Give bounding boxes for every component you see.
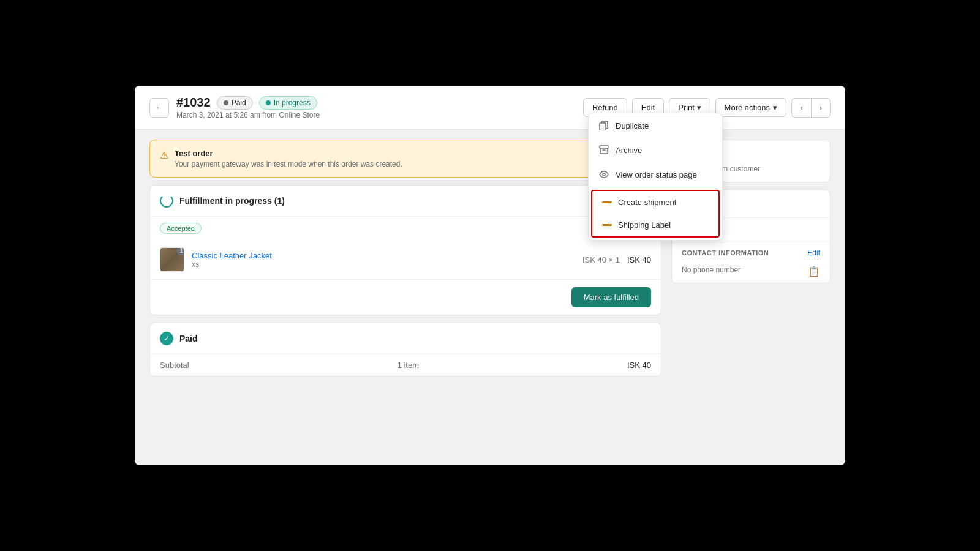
contact-edit-link[interactable]: Edit [807, 249, 820, 257]
product-row: 1 Classic Leather Jacket xs ISK 40 × 1 I… [150, 240, 661, 279]
product-name-link[interactable]: Classic Leather Jacket [192, 251, 272, 260]
paid-title: Paid [179, 334, 198, 343]
svg-point-3 [603, 173, 605, 176]
product-variant: xs [192, 260, 575, 269]
archive-icon [598, 144, 609, 156]
shipment-dash-icon [602, 201, 612, 203]
nav-arrows: ‹ › [791, 98, 831, 118]
product-quantity: ISK 40 × 1 [582, 255, 620, 264]
next-order-button[interactable]: › [811, 98, 831, 118]
subtotal-qty: 1 item [398, 361, 419, 370]
warning-text: Your payment gateway was in test mode wh… [175, 160, 402, 168]
dropdown-divider [589, 187, 722, 187]
dropdown-item-shipping-label[interactable]: Shipping Label [592, 214, 718, 236]
eye-icon [598, 169, 609, 180]
shipping-label-dash-icon [602, 224, 612, 226]
main-content: ⚠ Test order Your payment gateway was in… [135, 130, 845, 460]
warning-icon: ⚠ [160, 149, 168, 161]
archive-label: Archive [616, 146, 642, 155]
duplicate-label: Duplicate [616, 121, 649, 130]
paid-card: ✓ Paid Subtotal 1 item ISK 40 [149, 323, 662, 377]
fulfillment-footer: Mark as fulfilled [150, 279, 661, 315]
warning-title: Test order [175, 149, 402, 158]
subtotal-label: Subtotal [160, 361, 189, 370]
more-actions-button[interactable]: More actions ▾ [715, 98, 786, 117]
fulfillment-header: Fulfillment in progress (1) [150, 186, 661, 217]
product-count-badge: 1 [176, 247, 184, 255]
accepted-badge: Accepted [160, 223, 202, 234]
no-phone-text: No phone number [682, 266, 741, 274]
content-area: ← #1032 Paid In progress March 3, 2021 a… [135, 86, 845, 465]
paid-check-icon: ✓ [160, 332, 173, 345]
contact-header: CONTACT INFORMATION Edit [672, 242, 830, 263]
contact-section: CONTACT INFORMATION Edit 📋 No phone numb… [672, 242, 830, 283]
svg-rect-1 [600, 123, 606, 130]
warning-banner: ⚠ Test order Your payment gateway was in… [149, 140, 662, 178]
order-info: #1032 Paid In progress March 3, 2021 at … [176, 96, 320, 119]
dropdown-item-view-status[interactable]: View order status page [589, 162, 722, 187]
view-status-label: View order status page [616, 170, 697, 179]
fulfillment-progress-icon [160, 194, 173, 208]
duplicate-icon [598, 120, 609, 131]
subtotal-amount: ISK 40 [627, 361, 651, 370]
create-shipment-label: Create shipment [618, 198, 676, 207]
order-header: ← #1032 Paid In progress March 3, 2021 a… [135, 86, 845, 130]
warning-content: Test order Your payment gateway was in t… [175, 149, 402, 168]
fulfillment-card: Fulfillment in progress (1) Accepted 1 C… [149, 185, 662, 315]
contact-phone: 📋 No phone number [672, 263, 830, 283]
dropdown-item-duplicate[interactable]: Duplicate [589, 113, 722, 138]
header-left: ← #1032 Paid In progress March 3, 2021 a… [149, 96, 320, 119]
screen-wrapper: ← #1032 Paid In progress March 3, 2021 a… [0, 0, 980, 551]
svg-rect-2 [600, 146, 608, 148]
product-info: Classic Leather Jacket xs [192, 250, 575, 269]
progress-badge: In progress [259, 96, 317, 110]
shipping-label-label: Shipping Label [618, 220, 671, 230]
copy-icon[interactable]: 📋 [808, 266, 820, 277]
dropdown-highlight-box: Create shipment Shipping Label [591, 190, 720, 238]
mark-fulfilled-button[interactable]: Mark as fulfilled [571, 287, 651, 307]
paid-badge: Paid [217, 96, 253, 110]
product-thumbnail: 1 [160, 247, 184, 272]
dropdown-item-archive[interactable]: Archive [589, 138, 722, 162]
chevron-down-icon: ▾ [773, 103, 777, 112]
dropdown-item-create-shipment[interactable]: Create shipment [592, 191, 718, 214]
product-price: ISK 40 [627, 255, 651, 264]
contact-label: CONTACT INFORMATION [682, 249, 769, 257]
left-column: ⚠ Test order Your payment gateway was in… [149, 140, 662, 451]
fulfillment-title: Fulfillment in progress (1) [179, 196, 285, 206]
prev-order-button[interactable]: ‹ [791, 98, 811, 118]
subtotal-row: Subtotal 1 item ISK 40 [150, 354, 661, 376]
order-date: March 3, 2021 at 5:26 am from Online Sto… [176, 111, 320, 119]
paid-header: ✓ Paid [150, 323, 661, 354]
more-actions-dropdown: Duplicate Archive [588, 113, 723, 241]
back-button[interactable]: ← [149, 98, 169, 118]
order-number: #1032 [176, 96, 211, 110]
